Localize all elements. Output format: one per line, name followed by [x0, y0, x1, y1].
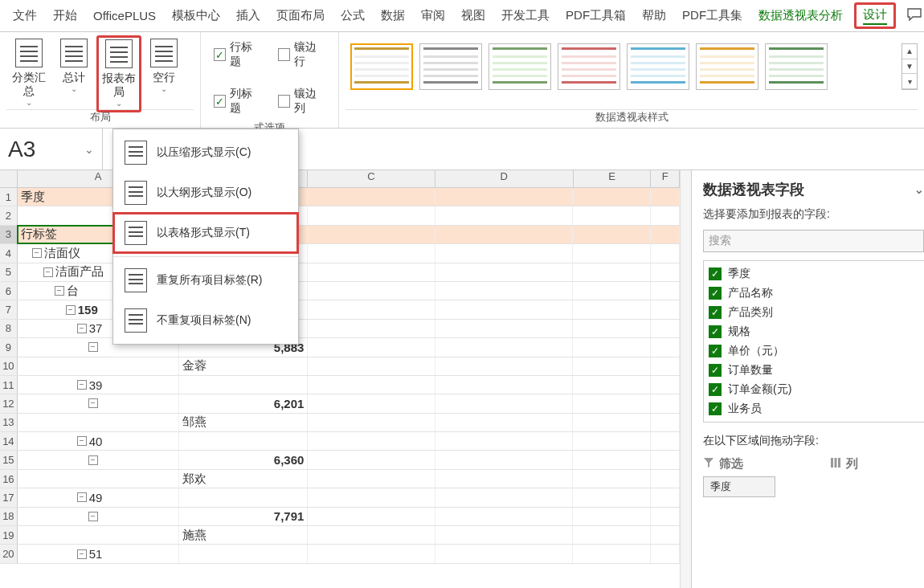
cell[interactable] [651, 244, 680, 262]
banded-cols-checkbox[interactable]: 镶边列 [278, 87, 326, 116]
report-layout-button[interactable]: 报表布局 ⌄ [96, 35, 141, 112]
cell[interactable] [573, 263, 651, 281]
field-item[interactable]: ✓业务员 [704, 399, 924, 419]
cell[interactable] [651, 394, 680, 412]
cell[interactable] [435, 188, 574, 206]
cell[interactable]: − [18, 451, 180, 468]
cell[interactable] [308, 470, 435, 488]
cell[interactable] [308, 451, 435, 468]
outline-toggle[interactable]: − [32, 248, 42, 258]
gallery-up-button[interactable]: ▲ [902, 44, 917, 59]
cell[interactable] [308, 320, 435, 337]
field-item[interactable]: ✓订单金额(元) [704, 380, 924, 399]
tab-data[interactable]: 数据 [373, 3, 413, 28]
cell[interactable] [651, 451, 680, 468]
cell[interactable] [435, 414, 574, 431]
cell[interactable] [435, 320, 574, 337]
cell[interactable] [308, 263, 435, 281]
banded-rows-checkbox[interactable]: 镶边行 [278, 40, 326, 69]
cell[interactable] [308, 394, 435, 412]
cell[interactable] [308, 432, 435, 450]
cell[interactable] [308, 508, 435, 525]
cell[interactable] [573, 470, 651, 488]
cell[interactable] [651, 357, 680, 375]
tab-review[interactable]: 审阅 [413, 3, 453, 28]
outline-toggle[interactable]: − [43, 267, 53, 277]
pivot-style-thumb-4[interactable] [558, 43, 620, 90]
cell[interactable] [651, 470, 680, 488]
row-header[interactable]: 7 [0, 300, 18, 318]
select-all-corner[interactable] [0, 170, 18, 187]
cell[interactable]: −51 [18, 545, 180, 562]
cell[interactable] [435, 282, 574, 300]
pivot-style-thumb-7[interactable] [765, 43, 828, 90]
cell[interactable] [573, 432, 651, 450]
row-header[interactable]: 17 [0, 488, 18, 506]
gallery-down-button[interactable]: ▼ [902, 59, 917, 75]
cell[interactable] [573, 188, 651, 206]
cell[interactable] [573, 320, 651, 337]
cell[interactable]: 郑欢 [179, 470, 308, 488]
cell[interactable] [308, 526, 435, 544]
row-header[interactable]: 14 [0, 432, 18, 450]
col-header-E[interactable]: E [574, 170, 652, 187]
cell[interactable] [435, 526, 574, 544]
cell[interactable]: 施燕 [179, 526, 308, 544]
vertical-scrollbar[interactable] [680, 170, 691, 588]
cell[interactable] [435, 508, 574, 525]
row-header[interactable]: 9 [0, 338, 18, 356]
tab-pdftoolset[interactable]: PDF工具集 [674, 3, 750, 28]
tab-insert[interactable]: 插入 [228, 3, 268, 28]
tab-pagelayout[interactable]: 页面布局 [268, 3, 333, 28]
row-header[interactable]: 10 [0, 357, 18, 375]
cell[interactable] [435, 394, 574, 412]
cell[interactable] [651, 226, 680, 243]
chevron-down-icon[interactable]: ⌄ [84, 143, 94, 156]
outline-toggle[interactable]: − [88, 455, 98, 465]
field-item[interactable]: ✓产品名称 [704, 284, 924, 303]
tab-view[interactable]: 视图 [453, 3, 493, 28]
field-item[interactable]: ✓季度 [704, 264, 924, 284]
cell[interactable] [308, 282, 435, 300]
cell[interactable]: 7,791 [179, 508, 308, 525]
cell[interactable] [573, 376, 651, 394]
cell[interactable] [573, 338, 651, 356]
menu-repeat-labels[interactable]: 重复所有项目标签(R) [113, 260, 298, 300]
cell[interactable] [651, 206, 680, 224]
pivot-style-thumb-6[interactable] [696, 43, 758, 90]
cell[interactable] [435, 244, 574, 262]
cell[interactable] [435, 263, 574, 281]
outline-toggle[interactable]: − [77, 549, 87, 559]
cell[interactable]: 6,201 [179, 394, 308, 412]
row-header[interactable]: 4 [0, 244, 18, 262]
tab-templates[interactable]: 模板中心 [164, 3, 228, 28]
col-header-F[interactable]: F [651, 170, 680, 187]
spreadsheet-grid[interactable]: ABCDEF 1季度23行标签4−洁面仪5−洁面产品6−台7−1598−379−… [0, 170, 680, 588]
cell[interactable] [651, 526, 680, 544]
cell[interactable]: − [18, 508, 180, 525]
cell[interactable]: −39 [18, 376, 180, 394]
row-header[interactable]: 6 [0, 282, 18, 300]
cell[interactable] [179, 432, 308, 450]
field-item[interactable]: ✓订单数量 [704, 361, 924, 380]
pivot-style-thumb-3[interactable] [489, 43, 551, 90]
comment-icon[interactable] [907, 8, 922, 23]
row-header[interactable]: 15 [0, 451, 18, 468]
field-search-input[interactable]: 搜索 [703, 230, 924, 252]
field-item[interactable]: ✓单价（元） [704, 341, 924, 361]
cell[interactable] [435, 357, 574, 375]
cell[interactable] [435, 338, 574, 356]
row-header[interactable]: 18 [0, 508, 18, 525]
cell[interactable] [435, 376, 574, 394]
cell[interactable] [573, 414, 651, 431]
pivot-style-thumb-2[interactable] [419, 43, 482, 90]
cell[interactable] [435, 226, 574, 243]
cell[interactable] [308, 338, 435, 356]
cell[interactable] [435, 300, 574, 318]
row-header[interactable]: 13 [0, 414, 18, 431]
outline-toggle[interactable]: − [55, 286, 64, 296]
cell[interactable] [308, 206, 435, 224]
row-header[interactable]: 11 [0, 376, 18, 394]
row-header[interactable]: 2 [0, 206, 18, 224]
cell[interactable]: 6,360 [179, 451, 308, 468]
